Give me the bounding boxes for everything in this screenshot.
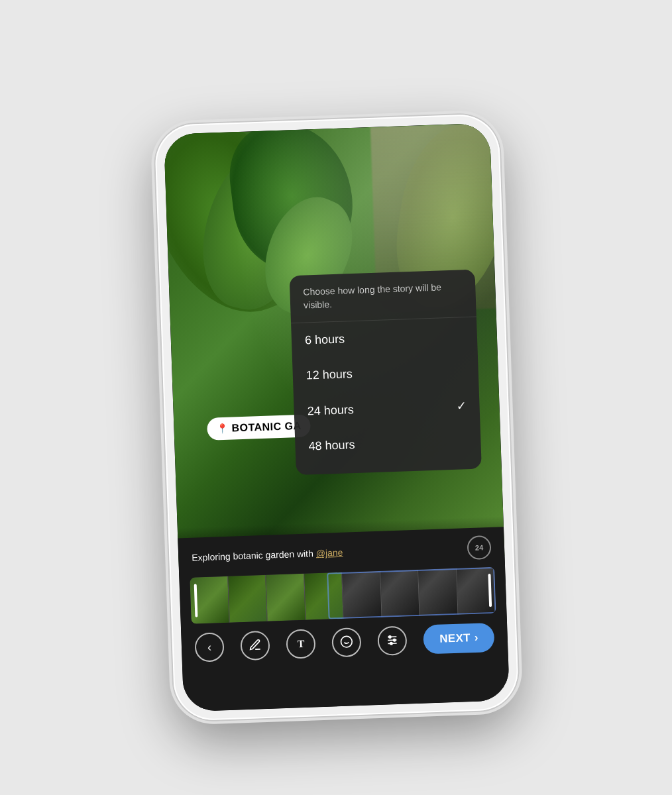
filmstrip-frame-4 (304, 572, 344, 620)
timer-badge[interactable]: 24 (467, 535, 491, 560)
selected-checkmark-icon: ✓ (456, 398, 467, 413)
sticker-button[interactable] (331, 627, 362, 658)
duration-option-48h[interactable]: 48 hours (295, 423, 482, 465)
draw-button[interactable] (240, 631, 270, 661)
location-text: BOTANIC GA (231, 420, 302, 435)
draw-icon (249, 638, 262, 654)
filmstrip-frame-2 (228, 575, 268, 623)
timer-value: 24 (475, 544, 484, 552)
dropdown-subtitle: Choose how long the story will be visibl… (290, 280, 476, 324)
caption-text: Exploring botanic garden with @jane (192, 543, 467, 564)
duration-24h-label: 24 hours (307, 403, 354, 418)
caption-main-text: Exploring botanic garden with (192, 549, 316, 564)
duration-option-24h[interactable]: 24 hours ✓ (294, 388, 480, 430)
back-button[interactable]: ‹ (194, 633, 225, 663)
duration-dropdown: Choose how long the story will be visibl… (290, 270, 482, 476)
svg-point-7 (394, 639, 396, 641)
filmstrip-frame-5 (342, 571, 382, 619)
caption-mention[interactable]: @jane (315, 547, 343, 558)
next-label: NEXT (439, 632, 471, 647)
editor-toolbar: ‹ T (181, 616, 508, 674)
sticker-icon (340, 635, 354, 651)
back-icon: ‹ (207, 641, 212, 653)
filmstrip-frame-7 (418, 568, 458, 616)
duration-6h-label: 6 hours (305, 333, 345, 348)
adjust-button[interactable] (378, 626, 408, 657)
text-icon: T (298, 639, 305, 649)
duration-48h-label: 48 hours (308, 438, 355, 453)
duration-12h-label: 12 hours (306, 367, 353, 382)
svg-point-8 (390, 642, 392, 644)
adjust-icon (386, 633, 400, 649)
bottom-panel: Exploring botanic garden with @jane 24 (178, 527, 510, 712)
filmstrip-frame-6 (380, 570, 420, 617)
phone-screen: 📍 BOTANIC GA Choose how long the story w… (164, 123, 510, 712)
svg-point-6 (389, 636, 391, 638)
filmstrip[interactable] (190, 567, 496, 624)
duration-option-6h[interactable]: 6 hours (291, 317, 478, 359)
next-button[interactable]: NEXT › (423, 623, 495, 655)
duration-option-12h[interactable]: 12 hours (292, 352, 479, 394)
svg-point-0 (341, 636, 353, 647)
filmstrip-frame-3 (266, 574, 306, 621)
next-arrow-icon: › (474, 631, 478, 645)
phone-device: 📍 BOTANIC GA Choose how long the story w… (154, 113, 520, 721)
text-button[interactable]: T (286, 629, 316, 660)
location-pin-icon: 📍 (216, 423, 228, 435)
